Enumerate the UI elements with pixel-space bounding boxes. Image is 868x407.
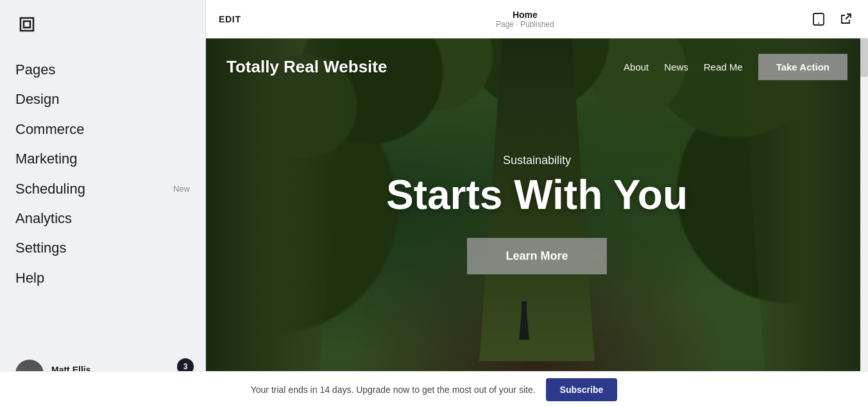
- hero-nav-cta-button[interactable]: Take Action: [758, 54, 847, 80]
- sidebar-nav: Pages Design Commerce Marketing Scheduli…: [0, 55, 205, 347]
- hero-nav: Totally Real Website About News Read Me …: [206, 38, 868, 96]
- squarespace-logo-icon: [15, 13, 38, 36]
- sidebar-item-help[interactable]: Help: [15, 263, 190, 293]
- toolbar-left: EDIT: [219, 14, 241, 24]
- page-title: Home: [496, 10, 554, 20]
- app-container: Pages Design Commerce Marketing Scheduli…: [0, 0, 868, 407]
- sidebar-item-commerce[interactable]: Commerce: [15, 115, 190, 144]
- sidebar-logo: [0, 13, 205, 55]
- hero-section: Totally Real Website About News Read Me …: [206, 38, 868, 378]
- hero-subtitle: Sustainability: [345, 154, 729, 167]
- sidebar-item-settings[interactable]: Settings: [15, 233, 190, 263]
- page-status: Page · Published: [496, 20, 554, 29]
- hero-cta-button[interactable]: Learn More: [467, 238, 606, 275]
- sidebar-item-marketing[interactable]: Marketing: [15, 144, 190, 174]
- subscribe-button[interactable]: Subscribe: [546, 378, 618, 401]
- edit-button[interactable]: EDIT: [219, 14, 241, 24]
- toolbar: EDIT Home Page · Published: [206, 0, 868, 38]
- toolbar-right: [809, 10, 855, 29]
- nav-link-read-me[interactable]: Read Me: [704, 62, 743, 72]
- scheduling-new-badge: New: [173, 184, 190, 194]
- hero-content: Sustainability Starts With You Learn Mor…: [345, 154, 729, 274]
- nav-link-news[interactable]: News: [664, 62, 688, 72]
- sidebar-item-analytics[interactable]: Analytics: [15, 204, 190, 233]
- tablet-view-button[interactable]: [809, 10, 828, 29]
- sidebar-item-pages[interactable]: Pages: [15, 55, 190, 85]
- svg-point-1: [818, 22, 819, 24]
- site-title: Totally Real Website: [226, 57, 387, 77]
- sidebar-item-scheduling[interactable]: Scheduling New: [15, 174, 190, 204]
- external-link-icon: [838, 12, 853, 26]
- external-link-button[interactable]: [836, 10, 855, 29]
- main-area: EDIT Home Page · Published: [205, 0, 868, 407]
- trial-banner: Your trial ends in 14 days. Upgrade now …: [0, 371, 868, 407]
- website-preview: Totally Real Website About News Read Me …: [206, 38, 868, 407]
- sidebar: Pages Design Commerce Marketing Scheduli…: [0, 0, 205, 407]
- tablet-icon: [812, 12, 826, 26]
- hero-headline: Starts With You: [345, 172, 729, 217]
- nav-link-about[interactable]: About: [624, 62, 649, 72]
- trial-message: Your trial ends in 14 days. Upgrade now …: [251, 385, 536, 395]
- hero-nav-links: About News Read Me Take Action: [624, 54, 847, 80]
- toolbar-center: Home Page · Published: [496, 10, 554, 29]
- preview-area: Totally Real Website About News Read Me …: [206, 38, 868, 407]
- sidebar-item-design[interactable]: Design: [15, 85, 190, 114]
